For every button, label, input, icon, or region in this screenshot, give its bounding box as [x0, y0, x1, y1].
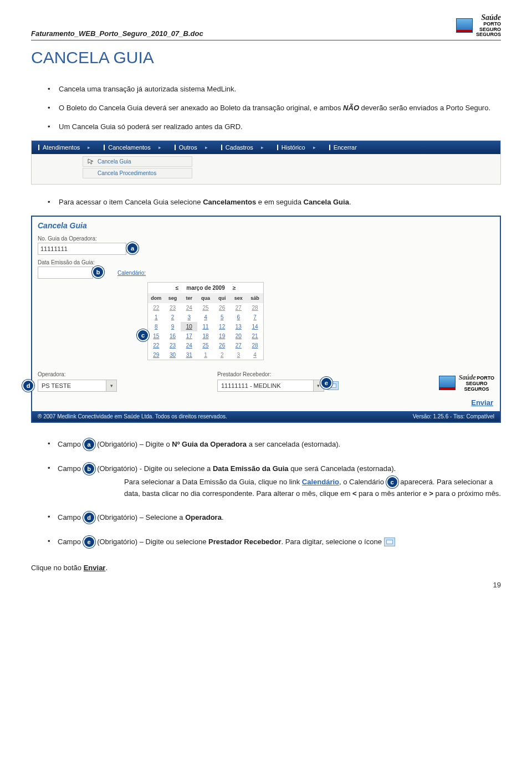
cal-day[interactable]: 22 [148, 341, 165, 350]
badge-a: a [126, 242, 139, 254]
cal-day[interactable]: 17 [181, 331, 197, 341]
badge-e-inline: e [83, 536, 95, 548]
app-title: Cancela Guia [32, 217, 500, 232]
cal-day[interactable]: 10 [181, 322, 197, 331]
link-calendario: Calendário [302, 478, 339, 486]
cal-dow: dom [148, 293, 165, 303]
nav-label: Histórico [282, 144, 305, 151]
enviar-button[interactable]: Enviar [471, 398, 493, 407]
footer-left: ® 2007 Medlink Conectividade em Saúde Lt… [38, 413, 227, 419]
cal-day[interactable]: 28 [247, 341, 263, 350]
submenu-label: Cancela Guia [98, 158, 131, 165]
badge-e: e [320, 377, 332, 389]
nav-cancelamentos[interactable]: Cancelamentos [97, 141, 167, 154]
cal-month: março de 2009 [186, 285, 225, 291]
nav-screenshot: Atendimentos Cancelamentos Outros Cadast… [31, 140, 501, 185]
field-d: Campo d (Obrigatório) – Selecione a Oper… [48, 511, 501, 524]
bullet-2: O Boleto do Cancela Guia deverá ser anex… [48, 103, 501, 114]
operadora-select[interactable]: PS TESTE [38, 380, 106, 392]
logo-icon [456, 18, 473, 33]
nav-atendimentos[interactable]: Atendimentos [32, 141, 97, 154]
cal-day[interactable]: 22 [148, 303, 165, 313]
cal-day[interactable]: 25 [197, 341, 214, 350]
nav-encerrar[interactable]: Encerrar [323, 141, 371, 154]
calendar-widget: ≤ março de 2009 ≥ dom seg ter qua qui se… [147, 282, 264, 360]
badge-c: c [137, 329, 149, 341]
cal-day[interactable]: 20 [231, 331, 247, 341]
cal-day[interactable]: 31 [181, 350, 197, 360]
badge-b-inline: b [83, 463, 95, 475]
cal-dow: qui [214, 293, 231, 303]
cal-day[interactable]: 24 [181, 341, 197, 350]
cal-day[interactable]: 8 [148, 322, 165, 331]
cal-day[interactable]: 3 [231, 350, 247, 360]
badge-c-inline: c [386, 476, 398, 488]
brand-seguros: SEGUROS [476, 32, 501, 37]
cal-day[interactable]: 5 [214, 313, 231, 322]
edit-icon [384, 538, 395, 546]
cal-day[interactable]: 1 [148, 313, 165, 322]
cal-day[interactable]: 26 [214, 341, 231, 350]
data-input[interactable] [38, 267, 93, 279]
cal-day[interactable]: 23 [165, 341, 181, 350]
cal-dow: qua [197, 293, 214, 303]
footer-right: Versão: 1.25.6 - Tiss: Compatível [413, 413, 494, 419]
cal-day[interactable]: 3 [181, 313, 197, 322]
cal-day[interactable]: 11 [197, 322, 214, 331]
guia-input[interactable] [38, 243, 126, 255]
cal-day[interactable]: 28 [247, 303, 263, 313]
cal-day[interactable]: 6 [231, 313, 247, 322]
final-line: Clique no botão Enviar. [31, 564, 501, 572]
recebedor-select[interactable]: 11111111 - MEDLINK [217, 380, 314, 392]
cal-next[interactable]: ≥ [233, 285, 236, 291]
cal-day[interactable]: 16 [165, 331, 181, 341]
cal-day[interactable]: 27 [231, 341, 247, 350]
page-number: 19 [31, 581, 501, 589]
cal-prev[interactable]: ≤ [176, 285, 179, 291]
cal-day[interactable]: 23 [165, 303, 181, 313]
nav-label: Atendimentos [43, 144, 80, 151]
cal-dow: ter [181, 293, 197, 303]
submenu-cancela-guia[interactable]: Cancela Guia [83, 156, 192, 167]
cal-day[interactable]: 2 [165, 313, 181, 322]
cal-day[interactable]: 1 [197, 350, 214, 360]
cal-day[interactable]: 26 [214, 303, 231, 313]
nav-historico[interactable]: Histórico [270, 141, 323, 154]
cursor-icon [88, 158, 95, 165]
lbl-guia: No. Guia da Operadora: [38, 236, 494, 242]
cal-day[interactable]: 13 [231, 322, 247, 331]
cal-day[interactable]: 25 [197, 303, 214, 313]
lbl-operadora: Operadora: [38, 371, 117, 377]
cal-day[interactable]: 15 [148, 331, 165, 341]
cal-day[interactable]: 24 [181, 303, 197, 313]
cal-day[interactable]: 30 [165, 350, 181, 360]
cal-day[interactable]: 14 [247, 322, 263, 331]
nav-cadastros[interactable]: Cadastros [214, 141, 270, 154]
cal-day[interactable]: 4 [197, 313, 214, 322]
cal-day[interactable]: 19 [214, 331, 231, 341]
cal-day[interactable]: 2 [214, 350, 231, 360]
cal-day[interactable]: 12 [214, 322, 231, 331]
bullet-3: Um Cancela Guia só poderá ser realizado … [48, 121, 501, 132]
nav-outros[interactable]: Outros [168, 141, 214, 154]
cal-day[interactable]: 21 [247, 331, 263, 341]
nav-label: Outros [179, 144, 197, 151]
cal-dow: sex [231, 293, 247, 303]
badge-d-inline: d [83, 511, 95, 524]
cal-day[interactable]: 4 [247, 350, 263, 360]
brand-saude: Saúde [476, 13, 501, 22]
cal-day[interactable]: 29 [148, 350, 165, 360]
field-b: Campo b (Obrigatório) - Digite ou seleci… [48, 463, 501, 499]
page-title: CANCELA GUIA [31, 48, 501, 67]
submenu-cancela-proc[interactable]: Cancela Procedimentos [83, 168, 192, 178]
cal-day[interactable]: 18 [197, 331, 214, 341]
field-a: Campo a (Obrigatório) – Digite o Nº Guia… [48, 438, 501, 451]
chevron-down-icon[interactable]: ▾ [106, 380, 117, 392]
cal-day[interactable]: 9 [165, 322, 181, 331]
logo-icon [439, 376, 456, 390]
nav-label: Cadastros [226, 144, 253, 151]
cal-dow: seg [165, 293, 181, 303]
cal-day[interactable]: 27 [231, 303, 247, 313]
cal-day[interactable]: 7 [247, 313, 263, 322]
cal-link[interactable]: Calendário: [117, 270, 146, 276]
